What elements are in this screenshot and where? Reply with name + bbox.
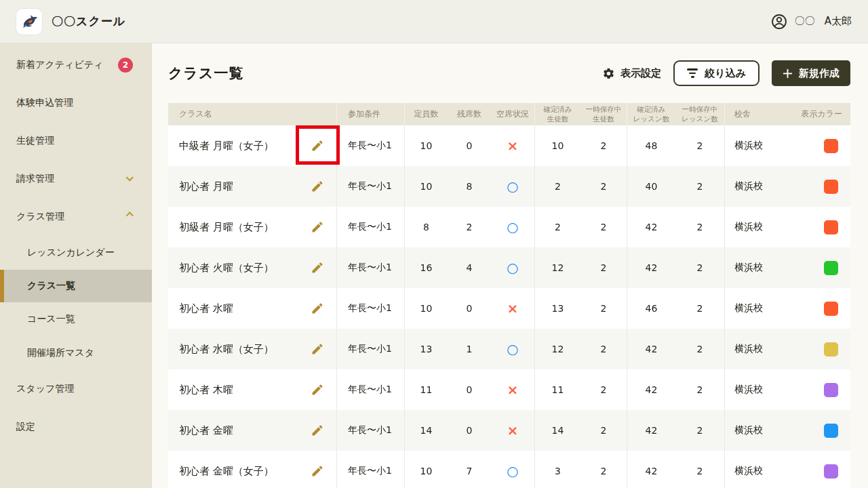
vacancy-cell: ○: [491, 207, 534, 247]
col-header-remaining: 残席数: [448, 103, 491, 125]
condition-cell: 年長〜小1: [336, 207, 404, 247]
condition-cell: 年長〜小1: [336, 288, 404, 329]
class-name-cell: 中級者 月曜（女子）: [168, 125, 336, 166]
edit-class-button[interactable]: [307, 257, 328, 279]
draft-students-cell: 2: [580, 125, 627, 166]
class-name: 初心者 火曜（女子）: [179, 262, 274, 274]
plus-icon: [783, 68, 793, 79]
sidebar-item-class-management[interactable]: クラス管理: [0, 198, 152, 236]
filter-lines-icon: [687, 68, 698, 78]
display-color-cell: [784, 369, 850, 410]
remaining-cell: 8: [448, 166, 491, 207]
edit-class-button[interactable]: [307, 216, 328, 238]
sidebar-item-label: 体験申込管理: [16, 97, 73, 109]
table-row: 中級者 月曜（女子） 年長〜小1 10 0 × 10 2 48 2 横浜校: [168, 125, 850, 166]
create-new-button[interactable]: 新規作成: [772, 60, 850, 86]
display-color-swatch: [824, 180, 838, 194]
col-header-capacity: 定員数: [404, 103, 448, 125]
edit-class-button[interactable]: [307, 135, 328, 157]
sidebar-item-label: スタッフ管理: [16, 383, 74, 395]
sidebar-item-label: レッスンカレンダー: [27, 247, 115, 259]
display-settings-button[interactable]: 表示設定: [602, 67, 661, 80]
condition-cell: 年長〜小1: [336, 410, 404, 451]
sidebar-item-trial-applications[interactable]: 体験申込管理: [0, 84, 152, 122]
edit-class-button[interactable]: [307, 379, 328, 401]
main-content: クラス一覧 表示設定 絞り込み 新規作成 クラス名 参: [152, 43, 868, 488]
school-cell: 横浜校: [724, 247, 784, 288]
draft-lessons-cell: 2: [675, 410, 724, 451]
edit-class-button[interactable]: [307, 338, 328, 360]
sidebar-item-class-list[interactable]: クラス一覧: [0, 270, 152, 302]
sidebar-item-course-list[interactable]: コース一覧: [0, 302, 152, 336]
page-title: クラス一覧: [168, 64, 243, 83]
confirmed-students-cell: 13: [534, 288, 580, 329]
col-header-confirmed-lessons: 確定済み レッスン数: [627, 103, 675, 125]
sidebar-item-staff-management[interactable]: スタッフ管理: [0, 370, 152, 408]
col-header-display-color: 表示カラー: [784, 103, 850, 125]
display-color-swatch: [824, 383, 838, 397]
vacancy-mark: ×: [507, 302, 519, 315]
sidebar-item-new-activity[interactable]: 新着アクティビティ 2: [0, 46, 152, 84]
display-color-cell: [784, 451, 850, 488]
account-name: A太郎: [825, 15, 852, 28]
class-name-cell: 初心者 月曜: [168, 166, 336, 207]
vacancy-cell: ○: [491, 166, 534, 207]
remaining-cell: 4: [448, 247, 491, 288]
sidebar-item-student-management[interactable]: 生徒管理: [0, 122, 152, 160]
sidebar-item-billing-management[interactable]: 請求管理: [0, 160, 152, 198]
notification-badge: 2: [118, 58, 133, 73]
sidebar-item-label: 設定: [16, 421, 35, 433]
table-header-row: クラス名 参加条件 定員数 残席数 空席状況 確定済み 生徒数 一時保存中 生徒…: [168, 103, 850, 125]
capacity-cell: 14: [404, 410, 448, 451]
filter-button[interactable]: 絞り込み: [673, 60, 760, 86]
edit-class-button[interactable]: [307, 420, 328, 441]
school-cell: 横浜校: [724, 329, 784, 369]
sidebar-item-settings[interactable]: 設定: [0, 408, 152, 446]
draft-lessons-cell: 2: [675, 329, 724, 369]
sidebar-item-lesson-calendar[interactable]: レッスンカレンダー: [0, 236, 152, 270]
col-header-class-name: クラス名: [168, 103, 336, 125]
class-name-cell: 初心者 金曜: [168, 410, 336, 451]
table-row: 初心者 水曜（女子） 年長〜小1 13 1 ○ 12 2 42 2 横浜校: [168, 329, 850, 369]
edit-class-button[interactable]: [307, 176, 328, 197]
confirmed-lessons-cell: 42: [627, 451, 675, 488]
capacity-cell: 10: [404, 451, 448, 488]
draft-students-cell: 2: [580, 288, 627, 329]
pencil-icon: [311, 342, 324, 356]
confirmed-lessons-cell: 42: [627, 410, 675, 451]
class-name: 初心者 水曜: [179, 302, 233, 315]
confirmed-lessons-cell: 42: [627, 207, 675, 247]
account-menu[interactable]: 〇〇 A太郎: [770, 13, 852, 30]
school-cell: 横浜校: [724, 288, 784, 329]
vacancy-cell: ○: [491, 247, 534, 288]
school-cell: 横浜校: [724, 410, 784, 451]
chevron-down-icon: [126, 174, 134, 181]
toolbar: 表示設定 絞り込み 新規作成: [602, 60, 850, 86]
col-header-school: 校舎: [724, 103, 784, 125]
sidebar-item-label: クラス一覧: [27, 280, 75, 292]
sidebar-item-venue-master[interactable]: 開催場所マスタ: [0, 336, 152, 370]
capacity-cell: 10: [404, 166, 448, 207]
chevron-up-icon: [126, 211, 134, 219]
condition-cell: 年長〜小1: [336, 369, 404, 410]
display-color-cell: [784, 288, 850, 329]
pencil-icon: [311, 139, 324, 152]
remaining-cell: 0: [448, 125, 491, 166]
class-name-cell: 初心者 金曜（女子）: [168, 451, 336, 488]
class-name-cell: 初心者 木曜: [168, 369, 336, 410]
col-header-condition: 参加条件: [336, 103, 404, 125]
table-body: 中級者 月曜（女子） 年長〜小1 10 0 × 10 2 48 2 横浜校: [168, 125, 850, 488]
confirmed-lessons-cell: 42: [627, 329, 675, 369]
display-color-swatch: [824, 464, 838, 479]
confirmed-students-cell: 14: [534, 410, 580, 451]
confirmed-students-cell: 12: [534, 329, 580, 369]
sidebar-item-label: 生徒管理: [16, 135, 54, 147]
class-name-cell: 初級者 月曜（女子）: [168, 207, 336, 247]
pencil-icon: [311, 302, 324, 315]
sidebar-nav: 新着アクティビティ 2 体験申込管理 生徒管理 請求管理 クラス管理 レッスンカ…: [0, 43, 152, 488]
edit-class-button[interactable]: [307, 298, 328, 319]
draft-students-cell: 2: [580, 410, 627, 451]
class-name: 初心者 水曜（女子）: [179, 343, 274, 356]
sidebar-item-label: 新着アクティビティ: [16, 59, 103, 71]
edit-class-button[interactable]: [307, 460, 328, 482]
